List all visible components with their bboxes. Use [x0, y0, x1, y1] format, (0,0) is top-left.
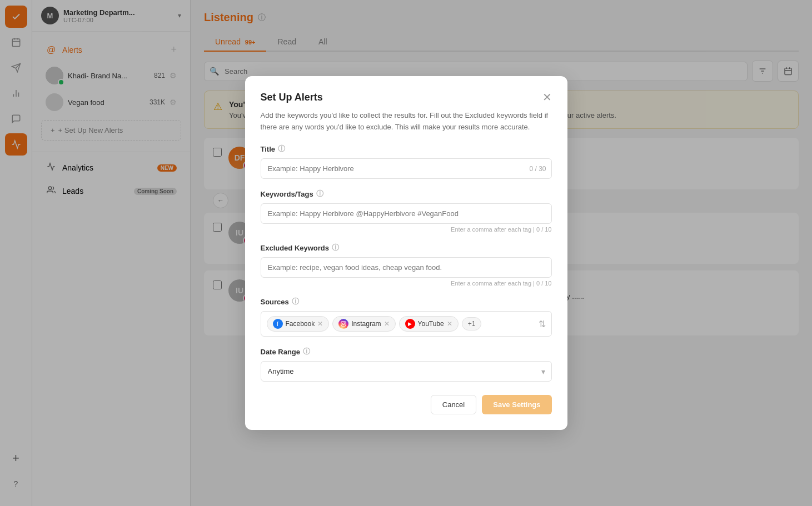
sources-expand-icon[interactable]: ⇅	[539, 319, 546, 329]
keywords-input[interactable]	[261, 203, 552, 224]
modal-footer: Cancel Save Settings	[261, 395, 552, 414]
keywords-info-icon[interactable]: ⓘ	[316, 189, 323, 199]
date-range-select[interactable]: Anytime Today This Week This Month	[261, 361, 552, 382]
sources-info-icon[interactable]: ⓘ	[292, 297, 299, 307]
modal-sources-field: Sources ⓘ f Facebook ✕ Instagram ✕	[261, 297, 552, 337]
sources-field-label: Sources ⓘ	[261, 297, 552, 307]
title-input[interactable]	[261, 158, 552, 179]
modal-header: Set Up Alerts ✕	[261, 92, 552, 103]
source-chip-instagram[interactable]: Instagram ✕	[332, 316, 395, 332]
instagram-icon	[338, 319, 348, 329]
date-select-wrap: Anytime Today This Week This Month ▾	[261, 361, 552, 382]
youtube-remove-icon[interactable]: ✕	[447, 320, 452, 328]
excluded-hint: Enter a comma after each tag | 0 / 10	[261, 280, 552, 287]
excluded-field-label: Excluded Keywords ⓘ	[261, 243, 552, 253]
title-info-icon[interactable]: ⓘ	[278, 144, 285, 154]
setup-alerts-modal: Set Up Alerts ✕ Add the keywords you'd l…	[245, 76, 567, 430]
modal-date-range-field: Date Range ⓘ Anytime Today This Week Thi…	[261, 347, 552, 382]
title-input-wrap: 0 / 30	[261, 158, 552, 179]
title-field-label: Title ⓘ	[261, 144, 552, 154]
modal-keywords-field: Keywords/Tags ⓘ Enter a comma after each…	[261, 189, 552, 233]
youtube-icon: ▶	[405, 319, 415, 329]
date-range-info-icon[interactable]: ⓘ	[303, 347, 310, 357]
modal-title-field: Title ⓘ 0 / 30	[261, 144, 552, 179]
modal-description: Add the keywords you'd like to collect t…	[261, 110, 552, 133]
title-counter: 0 / 30	[529, 165, 546, 173]
date-range-field-label: Date Range ⓘ	[261, 347, 552, 357]
sources-wrap[interactable]: f Facebook ✕ Instagram ✕ ▶ YouTube ✕	[261, 311, 552, 337]
modal-backdrop: Set Up Alerts ✕ Add the keywords you'd l…	[0, 0, 812, 506]
svg-rect-26	[341, 322, 346, 326]
modal-close-button[interactable]: ✕	[542, 92, 552, 103]
source-chip-youtube[interactable]: ▶ YouTube ✕	[399, 316, 459, 332]
facebook-remove-icon[interactable]: ✕	[317, 320, 323, 328]
source-chip-facebook[interactable]: f Facebook ✕	[267, 316, 330, 332]
instagram-remove-icon[interactable]: ✕	[384, 320, 390, 328]
keywords-field-label: Keywords/Tags ⓘ	[261, 189, 552, 199]
save-settings-button[interactable]: Save Settings	[482, 395, 551, 414]
svg-point-28	[345, 322, 345, 323]
modal-title: Set Up Alerts	[261, 92, 323, 103]
modal-excluded-field: Excluded Keywords ⓘ Enter a comma after …	[261, 243, 552, 287]
keywords-hint: Enter a comma after each tag | 0 / 10	[261, 226, 552, 233]
svg-point-27	[343, 323, 345, 325]
facebook-icon: f	[273, 319, 283, 329]
excluded-input[interactable]	[261, 257, 552, 278]
cancel-button[interactable]: Cancel	[431, 395, 476, 414]
excluded-info-icon[interactable]: ⓘ	[332, 243, 339, 253]
source-plus-chip[interactable]: +1	[462, 317, 482, 330]
